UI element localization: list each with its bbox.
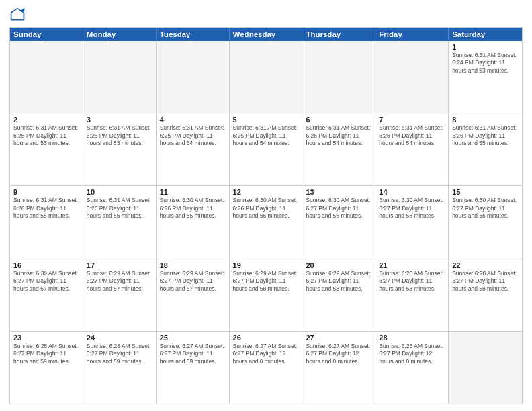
day-number: 14 <box>379 188 445 196</box>
svg-marker-2 <box>19 8 24 11</box>
calendar-cell <box>375 41 449 113</box>
calendar-cell: 17Sunrise: 6:29 AM Sunset: 6:27 PM Dayli… <box>83 259 157 331</box>
calendar-row: 9Sunrise: 6:31 AM Sunset: 6:26 PM Daylig… <box>10 185 522 258</box>
day-info: Sunrise: 6:28 AM Sunset: 6:27 PM Dayligh… <box>452 270 519 293</box>
calendar-cell <box>10 41 83 113</box>
calendar-cell: 8Sunrise: 6:31 AM Sunset: 6:26 PM Daylig… <box>449 113 522 185</box>
day-number: 12 <box>233 188 299 196</box>
day-number: 19 <box>233 261 299 269</box>
calendar-cell: 9Sunrise: 6:31 AM Sunset: 6:26 PM Daylig… <box>10 186 83 258</box>
day-header: Wednesday <box>230 28 303 41</box>
calendar-cell: 7Sunrise: 6:31 AM Sunset: 6:26 PM Daylig… <box>375 113 449 185</box>
calendar-cell: 15Sunrise: 6:30 AM Sunset: 6:27 PM Dayli… <box>449 186 522 258</box>
day-header: Sunday <box>10 28 83 41</box>
calendar-cell <box>83 41 157 113</box>
day-info: Sunrise: 6:29 AM Sunset: 6:27 PM Dayligh… <box>87 270 152 293</box>
calendar-cell <box>449 332 522 404</box>
calendar-cell: 16Sunrise: 6:30 AM Sunset: 6:27 PM Dayli… <box>10 259 83 331</box>
calendar-cell: 21Sunrise: 6:28 AM Sunset: 6:27 PM Dayli… <box>375 259 449 331</box>
day-info: Sunrise: 6:30 AM Sunset: 6:26 PM Dayligh… <box>160 197 226 220</box>
day-info: Sunrise: 6:27 AM Sunset: 6:27 PM Dayligh… <box>233 342 299 365</box>
day-info: Sunrise: 6:30 AM Sunset: 6:26 PM Dayligh… <box>233 197 299 220</box>
day-header: Saturday <box>449 28 522 41</box>
day-info: Sunrise: 6:31 AM Sunset: 6:25 PM Dayligh… <box>87 124 152 147</box>
calendar-cell: 20Sunrise: 6:29 AM Sunset: 6:27 PM Dayli… <box>302 259 375 331</box>
calendar-cell: 6Sunrise: 6:31 AM Sunset: 6:26 PM Daylig… <box>302 113 375 185</box>
day-info: Sunrise: 6:31 AM Sunset: 6:26 PM Dayligh… <box>87 197 152 220</box>
day-info: Sunrise: 6:29 AM Sunset: 6:27 PM Dayligh… <box>160 270 226 293</box>
calendar-cell: 23Sunrise: 6:28 AM Sunset: 6:27 PM Dayli… <box>10 332 83 404</box>
header <box>9 7 523 23</box>
day-header: Friday <box>375 28 449 41</box>
day-number: 24 <box>87 334 152 342</box>
day-info: Sunrise: 6:29 AM Sunset: 6:27 PM Dayligh… <box>233 270 299 293</box>
day-info: Sunrise: 6:31 AM Sunset: 6:26 PM Dayligh… <box>452 124 519 147</box>
day-info: Sunrise: 6:31 AM Sunset: 6:25 PM Dayligh… <box>13 124 79 147</box>
day-number: 27 <box>306 334 371 342</box>
day-number: 20 <box>306 261 371 269</box>
day-number: 15 <box>452 188 519 196</box>
day-info: Sunrise: 6:28 AM Sunset: 6:27 PM Dayligh… <box>87 342 152 365</box>
calendar-cell: 27Sunrise: 6:27 AM Sunset: 6:27 PM Dayli… <box>302 332 375 404</box>
day-number: 4 <box>160 116 226 124</box>
day-number: 11 <box>160 188 226 196</box>
day-number: 26 <box>233 334 299 342</box>
day-number: 9 <box>13 188 79 196</box>
calendar-cell: 19Sunrise: 6:29 AM Sunset: 6:27 PM Dayli… <box>230 259 303 331</box>
calendar-cell: 25Sunrise: 6:27 AM Sunset: 6:27 PM Dayli… <box>157 332 230 404</box>
day-info: Sunrise: 6:31 AM Sunset: 6:25 PM Dayligh… <box>160 124 226 147</box>
page: SundayMondayTuesdayWednesdayThursdayFrid… <box>0 0 532 411</box>
calendar: SundayMondayTuesdayWednesdayThursdayFrid… <box>9 27 523 404</box>
calendar-cell <box>230 41 303 113</box>
calendar-header: SundayMondayTuesdayWednesdayThursdayFrid… <box>10 28 522 41</box>
calendar-cell: 10Sunrise: 6:31 AM Sunset: 6:26 PM Dayli… <box>83 186 157 258</box>
day-number: 22 <box>452 261 519 269</box>
day-info: Sunrise: 6:31 AM Sunset: 6:24 PM Dayligh… <box>452 52 519 75</box>
day-number: 1 <box>452 43 519 51</box>
calendar-row: 16Sunrise: 6:30 AM Sunset: 6:27 PM Dayli… <box>10 259 522 331</box>
calendar-cell: 24Sunrise: 6:28 AM Sunset: 6:27 PM Dayli… <box>83 332 157 404</box>
day-info: Sunrise: 6:26 AM Sunset: 6:27 PM Dayligh… <box>379 342 445 365</box>
logo-icon <box>9 7 26 23</box>
day-number: 13 <box>306 188 371 196</box>
logo <box>9 7 28 23</box>
day-number: 10 <box>87 188 152 196</box>
calendar-cell <box>302 41 375 113</box>
calendar-cell: 11Sunrise: 6:30 AM Sunset: 6:26 PM Dayli… <box>157 186 230 258</box>
day-info: Sunrise: 6:31 AM Sunset: 6:26 PM Dayligh… <box>306 124 371 147</box>
calendar-cell: 4Sunrise: 6:31 AM Sunset: 6:25 PM Daylig… <box>157 113 230 185</box>
calendar-cell: 12Sunrise: 6:30 AM Sunset: 6:26 PM Dayli… <box>230 186 303 258</box>
calendar-cell: 5Sunrise: 6:31 AM Sunset: 6:25 PM Daylig… <box>230 113 303 185</box>
calendar-cell: 26Sunrise: 6:27 AM Sunset: 6:27 PM Dayli… <box>230 332 303 404</box>
calendar-cell: 28Sunrise: 6:26 AM Sunset: 6:27 PM Dayli… <box>375 332 449 404</box>
day-info: Sunrise: 6:29 AM Sunset: 6:27 PM Dayligh… <box>306 270 371 293</box>
day-number: 3 <box>87 116 152 124</box>
day-header: Thursday <box>302 28 375 41</box>
calendar-cell: 1Sunrise: 6:31 AM Sunset: 6:24 PM Daylig… <box>449 41 522 113</box>
day-number: 8 <box>452 116 519 124</box>
calendar-cell: 18Sunrise: 6:29 AM Sunset: 6:27 PM Dayli… <box>157 259 230 331</box>
day-number: 7 <box>379 116 445 124</box>
calendar-row: 23Sunrise: 6:28 AM Sunset: 6:27 PM Dayli… <box>10 331 522 404</box>
day-info: Sunrise: 6:31 AM Sunset: 6:25 PM Dayligh… <box>233 124 299 147</box>
day-header: Monday <box>83 28 157 41</box>
calendar-cell: 22Sunrise: 6:28 AM Sunset: 6:27 PM Dayli… <box>449 259 522 331</box>
day-header: Tuesday <box>157 28 230 41</box>
day-info: Sunrise: 6:31 AM Sunset: 6:26 PM Dayligh… <box>379 124 445 147</box>
calendar-cell: 13Sunrise: 6:30 AM Sunset: 6:27 PM Dayli… <box>302 186 375 258</box>
day-info: Sunrise: 6:30 AM Sunset: 6:27 PM Dayligh… <box>13 270 79 293</box>
day-info: Sunrise: 6:27 AM Sunset: 6:27 PM Dayligh… <box>306 342 371 365</box>
day-info: Sunrise: 6:30 AM Sunset: 6:27 PM Dayligh… <box>452 197 519 220</box>
day-number: 25 <box>160 334 226 342</box>
day-number: 18 <box>160 261 226 269</box>
day-info: Sunrise: 6:27 AM Sunset: 6:27 PM Dayligh… <box>160 342 226 365</box>
day-number: 23 <box>13 334 79 342</box>
calendar-row: 1Sunrise: 6:31 AM Sunset: 6:24 PM Daylig… <box>10 41 522 113</box>
day-number: 17 <box>87 261 152 269</box>
calendar-cell: 14Sunrise: 6:30 AM Sunset: 6:27 PM Dayli… <box>375 186 449 258</box>
day-info: Sunrise: 6:31 AM Sunset: 6:26 PM Dayligh… <box>13 197 79 220</box>
day-number: 16 <box>13 261 79 269</box>
day-info: Sunrise: 6:30 AM Sunset: 6:27 PM Dayligh… <box>379 197 445 220</box>
calendar-row: 2Sunrise: 6:31 AM Sunset: 6:25 PM Daylig… <box>10 113 522 185</box>
day-info: Sunrise: 6:28 AM Sunset: 6:27 PM Dayligh… <box>13 342 79 365</box>
